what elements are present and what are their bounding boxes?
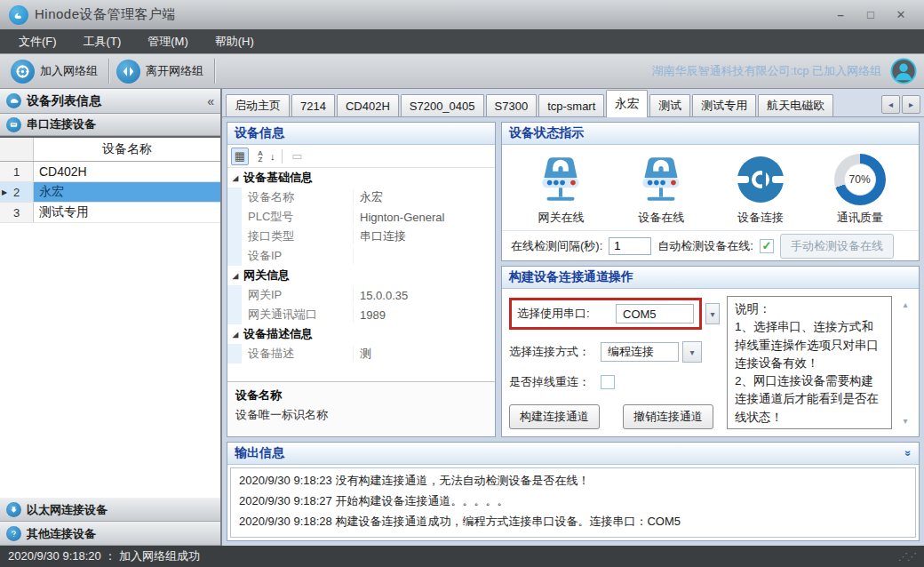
property-value[interactable]: 1989: [354, 308, 495, 322]
propertygrid-toolbar: ↓: [227, 145, 495, 168]
app-logo-icon: [9, 5, 28, 25]
menu-manage[interactable]: 管理(M): [134, 29, 202, 53]
channel-operations-panel: 构建设备连接通道操作 选择使用串口: COM5: [501, 266, 920, 437]
instructions-scrollbar[interactable]: [899, 296, 912, 429]
property-row[interactable]: 接口类型 串口连接: [227, 227, 495, 246]
section-serial-devices[interactable]: 串口连接设备: [0, 114, 220, 136]
row-indent: [227, 305, 242, 324]
tab-hangtian[interactable]: 航天电磁欧: [758, 94, 833, 116]
property-row[interactable]: 设备描述 测: [227, 344, 495, 363]
output-log[interactable]: 2020/9/30 9:18:23 没有构建连接通道，无法自动检测设备是否在线！…: [230, 467, 916, 538]
tab-cd402h[interactable]: CD402H: [337, 94, 399, 116]
property-pages-icon[interactable]: [289, 148, 307, 165]
device-info-title: 设备信息: [235, 125, 284, 141]
table-row[interactable]: 3 测试专用: [0, 203, 220, 223]
group-basic-info[interactable]: 设备基础信息: [227, 168, 495, 188]
menu-help[interactable]: 帮助(H): [202, 29, 267, 53]
connect-mode-dropdown-icon[interactable]: [682, 341, 702, 363]
manual-detect-button[interactable]: 手动检测设备在线: [780, 234, 894, 259]
window-title: Hinode设备管理客户端: [35, 6, 176, 23]
device-name-cell[interactable]: 测试专用: [34, 203, 220, 222]
property-description-box: 设备名称 设备唯一标识名称: [227, 381, 495, 436]
user-avatar[interactable]: [890, 58, 917, 84]
property-value[interactable]: 测: [354, 346, 495, 362]
collapse-triangle-icon[interactable]: [227, 272, 243, 280]
serial-port-combobox[interactable]: COM5: [616, 304, 694, 323]
device-table-header[interactable]: 设备名称: [0, 138, 220, 162]
collapse-triangle-icon[interactable]: [227, 331, 243, 339]
status-bar: 2020/9/30 9:18:20 ： 加入网络组成功: [0, 546, 924, 567]
tab-scroll-right-icon[interactable]: [902, 95, 920, 114]
collapse-triangle-icon[interactable]: [227, 174, 243, 182]
tab-tcp-smart[interactable]: tcp-smart: [538, 94, 604, 116]
property-row[interactable]: 网关IP 15.0.0.35: [227, 285, 495, 305]
quality-percent-label: 70%: [844, 164, 876, 196]
tab-7214[interactable]: 7214: [291, 94, 335, 116]
reconnect-checkbox[interactable]: [601, 375, 615, 389]
serial-port-dropdown-icon[interactable]: [705, 303, 720, 324]
close-button[interactable]: [887, 5, 915, 25]
menu-file[interactable]: 文件(F): [5, 29, 70, 53]
menu-tools[interactable]: 工具(T): [70, 29, 135, 53]
scroll-down-icon[interactable]: [903, 416, 907, 426]
property-value[interactable]: Hignton-General: [354, 211, 495, 224]
collapse-output-icon[interactable]: [903, 451, 915, 457]
sidebar-collapse-icon[interactable]: [207, 94, 214, 108]
tab-s7300[interactable]: S7300: [486, 94, 538, 116]
section-other-devices[interactable]: 其他连接设备: [0, 522, 220, 546]
property-row[interactable]: 设备名称 永宏: [227, 188, 495, 207]
device-name-cell[interactable]: CD402H: [34, 162, 220, 181]
property-value[interactable]: 串口连接: [354, 228, 495, 244]
tab-home[interactable]: 启动主页: [226, 94, 290, 116]
reconnect-label: 是否掉线重连：: [509, 374, 601, 390]
property-value[interactable]: 永宏: [354, 189, 495, 205]
build-channel-button[interactable]: 构建连接通道: [509, 404, 600, 429]
tab-test-dedicated[interactable]: 测试专用: [692, 94, 756, 116]
maximize-button[interactable]: [856, 5, 885, 25]
device-connect-icon: [736, 151, 785, 208]
property-row[interactable]: 网关通讯端口 1989: [227, 305, 495, 324]
device-online-indicator: 设备在线: [635, 151, 687, 226]
categorized-view-icon[interactable]: [231, 148, 249, 165]
tab-test[interactable]: 测试: [649, 94, 690, 116]
table-corner-cell: [0, 138, 34, 161]
connect-mode-row: 选择连接方式： 编程连接: [509, 341, 720, 363]
tab-scroll-left-icon[interactable]: [881, 95, 900, 114]
scroll-up-icon[interactable]: [903, 299, 907, 309]
auto-detect-checkbox[interactable]: [760, 239, 774, 253]
row-indent: [227, 227, 242, 246]
sidebar-bottom-sections: 以太网连接设备 其他连接设备: [0, 498, 220, 546]
property-label: 网关通讯端口: [242, 307, 354, 323]
join-network-icon: [11, 60, 35, 84]
leave-network-icon: [116, 60, 140, 84]
device-connect-indicator: 设备连接: [736, 151, 785, 226]
auto-detect-label: 自动检测设备在线:: [657, 238, 753, 254]
resize-grip[interactable]: [898, 551, 916, 563]
device-name-cell[interactable]: 永宏: [34, 182, 220, 202]
property-row[interactable]: 设备IP: [227, 246, 495, 266]
output-header: 输出信息: [227, 443, 919, 465]
tab-s7200-0405[interactable]: S7200_0405: [401, 94, 484, 116]
connect-mode-combobox[interactable]: 编程连接: [601, 342, 679, 362]
join-network-button[interactable]: 加入网络组: [5, 56, 107, 86]
table-row-selected[interactable]: 2 永宏: [0, 182, 220, 203]
leave-network-button[interactable]: 离开网络组: [111, 56, 212, 86]
group-gateway-info[interactable]: 网关信息: [227, 266, 495, 285]
output-panel: 输出信息 2020/9/30 9:18:23 没有构建连接通道，无法自动检测设备…: [227, 442, 920, 541]
tab-yonghong-active[interactable]: 永宏: [606, 90, 648, 117]
row-indent: [227, 207, 242, 227]
section-ethernet-devices[interactable]: 以太网连接设备: [0, 498, 220, 522]
sort-alphabetical-icon[interactable]: [251, 148, 269, 165]
property-row[interactable]: PLC型号 Hignton-General: [227, 207, 495, 227]
log-line: 2020/9/30 9:18:27 开始构建设备连接通道。。。。。: [239, 491, 907, 512]
note-line: 说明：: [735, 300, 884, 318]
property-value[interactable]: 15.0.0.35: [354, 289, 495, 302]
row-number: 3: [0, 203, 34, 222]
property-label: 设备IP: [242, 248, 354, 264]
table-row[interactable]: 1 CD402H: [0, 162, 220, 182]
group-description-info[interactable]: 设备描述信息: [227, 324, 495, 344]
revoke-channel-button[interactable]: 撤销连接通道: [623, 404, 713, 429]
device-connect-label: 设备连接: [737, 210, 784, 226]
minimize-button[interactable]: [826, 5, 855, 25]
interval-input[interactable]: [609, 237, 651, 255]
